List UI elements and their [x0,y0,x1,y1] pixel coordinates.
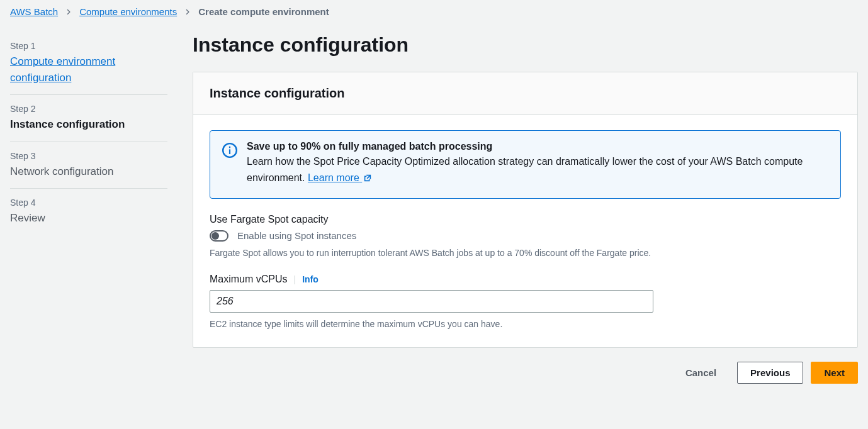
max-vcpus-helper: EC2 instance type limits will determine … [210,318,841,331]
wizard-step-num: Step 2 [10,104,167,114]
max-vcpus-field: Maximum vCPUs | Info EC2 instance type l… [210,274,841,331]
svg-rect-1 [229,149,230,154]
svg-rect-2 [229,147,230,148]
wizard-step-title: Instance configuration [10,116,167,133]
external-link-icon [363,171,372,187]
panel-title: Instance configuration [210,86,841,101]
fargate-spot-label: Use Fargate Spot capacity [210,214,841,225]
wizard-nav: Step 1 Compute environment configuration… [10,27,167,384]
breadcrumb-link-compute-environments[interactable]: Compute environments [79,6,177,17]
fargate-spot-toggle[interactable] [210,230,228,242]
breadcrumb-link-aws-batch[interactable]: AWS Batch [10,6,58,17]
fargate-spot-field: Use Fargate Spot capacity Enable using S… [210,214,841,260]
next-button[interactable]: Next [811,362,858,384]
wizard-step-1[interactable]: Step 1 Compute environment configuration [10,32,167,95]
info-alert: Save up to 90% on fully managed batch pr… [210,130,841,199]
alert-body: Learn how the Spot Price Capacity Optimi… [247,153,829,188]
chevron-right-icon [65,7,72,17]
cancel-button[interactable]: Cancel [672,362,730,384]
wizard-actions: Cancel Previous Next [193,362,858,384]
fargate-spot-helper: Fargate Spot allows you to run interrupt… [210,247,841,260]
max-vcpus-input[interactable] [210,290,653,313]
max-vcpus-label: Maximum vCPUs [210,274,288,285]
page-title: Instance configuration [193,33,858,57]
wizard-step-num: Step 3 [10,151,167,161]
panel-header: Instance configuration [193,72,857,115]
fargate-spot-toggle-label: Enable using Spot instances [237,230,356,241]
info-icon [222,142,238,188]
main-content: Instance configuration Instance configur… [193,27,858,384]
wizard-step-3: Step 3 Network configuration [10,142,167,189]
wizard-step-4: Step 4 Review [10,189,167,235]
chevron-right-icon [184,7,191,17]
wizard-step-2: Step 2 Instance configuration [10,95,167,142]
max-vcpus-info-link[interactable]: Info [302,274,318,284]
breadcrumb: AWS Batch Compute environments Create co… [10,6,858,27]
instance-configuration-panel: Instance configuration Save up to 90 [193,72,858,348]
wizard-step-num: Step 1 [10,41,167,51]
breadcrumb-current: Create compute environment [198,6,329,17]
learn-more-link[interactable]: Learn more [308,172,372,183]
wizard-step-title: Compute environment configuration [10,53,167,86]
wizard-step-num: Step 4 [10,198,167,208]
wizard-step-title: Review [10,210,167,226]
wizard-step-title: Network configuration [10,164,167,180]
previous-button[interactable]: Previous [737,362,803,384]
alert-title: Save up to 90% on fully managed batch pr… [247,141,829,152]
